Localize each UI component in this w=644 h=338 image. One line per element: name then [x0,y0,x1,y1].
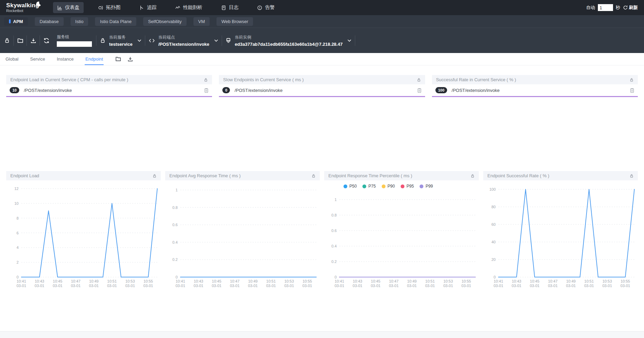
tab-istio[interactable]: Istio [71,17,88,26]
code-icon [149,38,155,43]
svg-text:6: 6 [17,231,19,235]
svg-text:100: 100 [489,187,496,191]
refresh-label: 刷新 [629,4,638,11]
chart-card-endpoint-load: Endpoint Load 02468101210:4103-0110:4303… [6,171,161,294]
current-instance-select[interactable]: 当前实例 ed3a377ab7da11edb655fa163e60a1b4@7.… [222,34,355,47]
svg-text:20: 20 [492,257,496,262]
nav-item-topology[interactable]: 拓扑图 [94,2,125,13]
view-tab-instance[interactable]: Instance [56,54,74,65]
lock-icon[interactable] [312,174,316,178]
tab-web-browser[interactable]: Web Browser [217,17,253,26]
alarm-icon [257,5,262,10]
value-badge: 10 [10,87,19,93]
view-tab-service[interactable]: Service [30,54,46,65]
interval-unit-label: 秒 [616,4,620,11]
tab-istio-data-plane[interactable]: Istio Data Plane [95,17,136,26]
log-icon [221,5,226,10]
svg-text:03-01: 03-01 [494,284,503,288]
import-template-button[interactable] [14,38,27,44]
svg-text:03-01: 03-01 [212,284,221,288]
chart-card-endpoint-successful-rate: Endpoint Successful Rate ( % ) 020406080… [483,171,638,294]
tab-apm[interactable]: APM [4,17,28,26]
svg-text:60: 60 [492,222,496,226]
card-title: Successful Rate in Current Service ( % ) [436,77,516,82]
nav-item-label: 日志 [229,4,239,11]
tab-label: SelfObservability [148,19,182,24]
tab-label: Database [40,19,59,24]
tab-selfobservability[interactable]: SelfObservability [143,17,187,26]
tab-label: VM [198,19,205,24]
legend-dot [382,184,386,188]
svg-text:10:51: 10:51 [266,279,276,283]
legend-dot [344,184,347,188]
legend-item-p75[interactable]: P75 [362,184,376,189]
folder-icon[interactable] [115,56,121,62]
svg-text:03-01: 03-01 [602,284,612,288]
service-group-label: 服务组 [57,34,92,40]
card-endpoint-load-current-service: Endpoint Load in Current Service ( CPM -… [6,75,212,97]
clipboard-icon[interactable] [417,88,422,93]
download-icon[interactable] [127,56,133,62]
tab-database[interactable]: Database [35,17,64,26]
legend-item-p90[interactable]: P90 [382,184,395,189]
svg-text:03-01: 03-01 [248,284,258,288]
legend-dot [401,184,404,188]
chart-card-header: Endpoint Successful Rate ( % ) [483,171,638,180]
export-template-button[interactable] [27,38,40,44]
lock-icon[interactable] [471,174,475,178]
current-service-select[interactable]: 当前服务 testservice [96,34,145,47]
nav-item-label: 追踪 [147,4,157,11]
legend-item-p99[interactable]: P99 [420,184,433,189]
chart-card-endpoint-response-time-percentile: Endpoint Response Time Percentile ( ms )… [324,171,479,294]
clipboard-icon[interactable] [204,88,209,93]
service-group-input[interactable] [57,41,92,47]
nav-item-log[interactable]: 日志 [217,2,243,13]
lock-icon[interactable] [204,78,208,82]
svg-text:10:41: 10:41 [176,279,185,283]
nav-item-profile[interactable]: 性能剖析 [171,2,207,13]
clipboard-icon[interactable] [630,88,634,93]
chart-card-body: P50 P75 P90 P95 P99 00 [324,180,479,294]
nav-item-trace[interactable]: 追踪 [135,2,161,13]
legend-dot [362,184,366,188]
svg-text:03-01: 03-01 [530,284,539,288]
lock-icon[interactable] [630,174,634,178]
card-header: Slow Endpoints in Current Service ( ms ) [219,75,425,84]
svg-text:03-01: 03-01 [425,284,435,288]
view-tab-endpoint[interactable]: Endpoint [85,54,104,65]
chevron-down-icon [214,39,218,42]
toolbar-divider [355,35,355,46]
lock-icon[interactable] [630,78,634,82]
current-endpoint-field: 当前端点 /POST/extension/invoke [158,34,209,47]
svg-text:0: 0 [176,275,178,279]
reload-templates-button[interactable] [40,38,53,44]
svg-text:03-01: 03-01 [125,284,135,288]
svg-text:10:55: 10:55 [303,279,312,283]
view-tab-global[interactable]: Global [5,54,19,65]
nav-item-dashboard[interactable]: 仪表盘 [53,2,84,13]
refresh-button[interactable]: 刷新 [623,4,638,11]
chart-area-endpoint-successful-rate: 02040608010010:4103-0110:4303-0110:4503-… [483,180,638,294]
current-service-value: testservice [109,42,133,47]
svg-text:4: 4 [17,245,19,250]
lock-edit-button[interactable] [1,38,13,43]
card-body: 10 /POST/extension/invoke [6,84,212,97]
legend-item-p50[interactable]: P50 [344,184,357,189]
tab-label: Istio Data Plane [100,19,131,24]
svg-text:0.2: 0.2 [172,257,178,262]
svg-text:03-01: 03-01 [89,284,99,288]
svg-text:0.6: 0.6 [172,223,178,227]
nav-item-alarm[interactable]: 告警 [253,2,279,13]
refresh-interval-input[interactable] [598,4,613,11]
lock-icon[interactable] [152,174,157,178]
tab-vm[interactable]: VM [193,17,210,26]
svg-text:03-01: 03-01 [71,284,81,288]
current-endpoint-select[interactable]: 当前端点 /POST/extension/invoke [145,34,222,47]
legend-item-p95[interactable]: P95 [401,184,414,189]
svg-text:0.4: 0.4 [172,240,178,244]
legend-dot [420,184,423,188]
current-service-field: 当前服务 testservice [109,34,133,47]
lock-icon[interactable] [417,78,421,82]
brand-logo: Skywalking Rocketbot [6,2,39,13]
current-endpoint-label: 当前端点 [158,34,209,40]
